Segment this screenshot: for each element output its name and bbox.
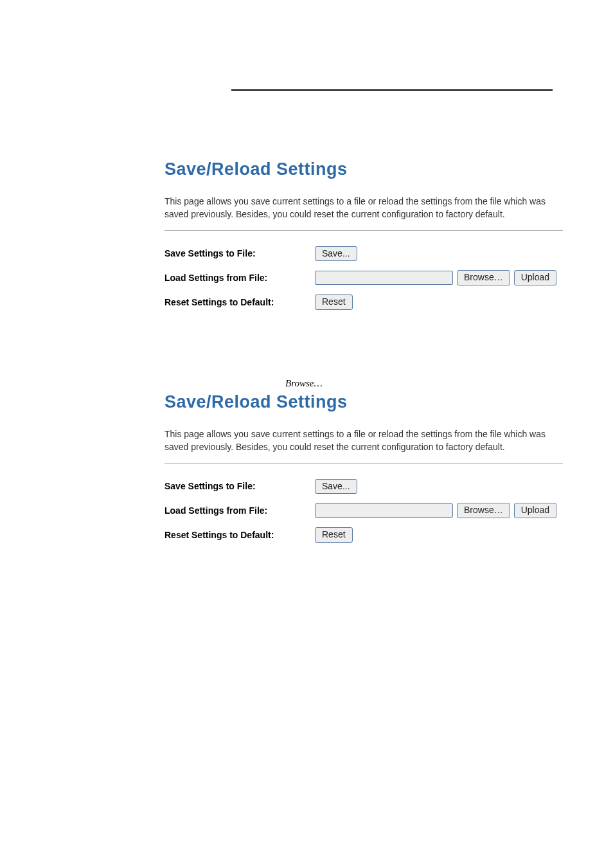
upload-button[interactable]: Upload bbox=[514, 503, 556, 518]
save-settings-label: Save Settings to File: bbox=[164, 481, 315, 491]
page-description: This page allows you save current settin… bbox=[164, 428, 563, 454]
page-description: This page allows you save current settin… bbox=[164, 195, 563, 221]
save-button[interactable]: Save... bbox=[315, 479, 357, 494]
reset-button[interactable]: Reset bbox=[315, 294, 353, 310]
load-settings-label: Load Settings from File: bbox=[164, 505, 315, 516]
save-settings-row: Save Settings to File: Save... bbox=[164, 479, 563, 494]
settings-panel-1: Save/Reload Settings This page allows yo… bbox=[164, 159, 563, 319]
divider bbox=[164, 463, 563, 464]
load-settings-row: Load Settings from File: Browse… Upload bbox=[164, 270, 563, 285]
save-settings-row: Save Settings to File: Save... bbox=[164, 246, 563, 262]
save-settings-label: Save Settings to File: bbox=[164, 248, 315, 258]
browse-button[interactable]: Browse… bbox=[457, 270, 510, 285]
load-settings-label: Load Settings from File: bbox=[164, 273, 315, 283]
browse-button[interactable]: Browse… bbox=[457, 503, 510, 518]
top-divider bbox=[231, 89, 553, 91]
settings-panel-2: Save/Reload Settings This page allows yo… bbox=[164, 392, 563, 552]
load-settings-row: Load Settings from File: Browse… Upload bbox=[164, 503, 563, 518]
reset-settings-label: Reset Settings to Default: bbox=[164, 297, 315, 307]
reset-settings-label: Reset Settings to Default: bbox=[164, 530, 315, 540]
file-path-input[interactable] bbox=[315, 503, 453, 518]
save-button[interactable]: Save... bbox=[315, 246, 357, 262]
page-title: Save/Reload Settings bbox=[164, 159, 563, 179]
file-path-input[interactable] bbox=[315, 271, 453, 285]
page-title: Save/Reload Settings bbox=[164, 392, 563, 412]
upload-button[interactable]: Upload bbox=[514, 270, 556, 285]
divider bbox=[164, 230, 563, 231]
reset-settings-row: Reset Settings to Default: Reset bbox=[164, 527, 563, 543]
reset-button[interactable]: Reset bbox=[315, 527, 353, 543]
reset-settings-row: Reset Settings to Default: Reset bbox=[164, 294, 563, 310]
mid-browse-text: Browse… bbox=[285, 378, 323, 389]
